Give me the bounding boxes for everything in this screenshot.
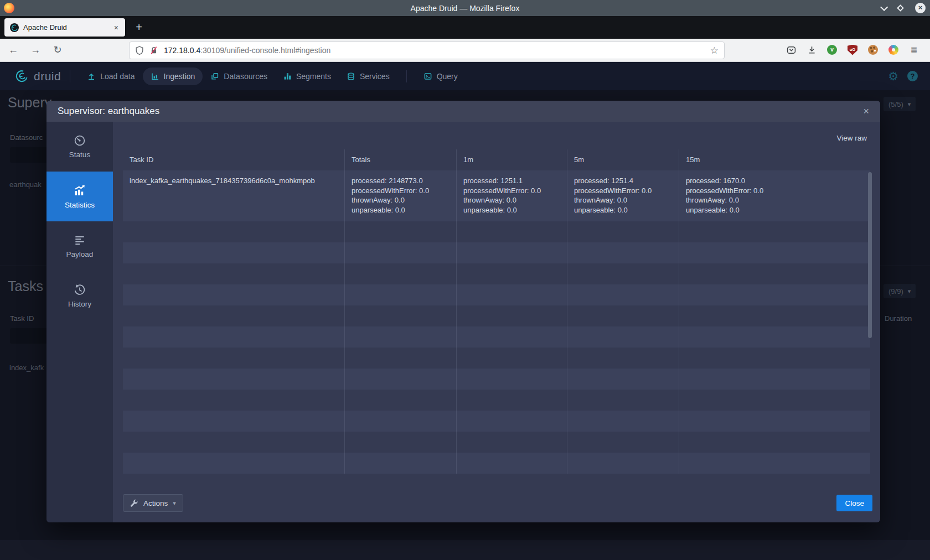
- window-close-icon[interactable]: ×: [915, 3, 926, 13]
- url-text[interactable]: 172.18.0.4:30109/unified-console.html#in…: [164, 46, 710, 55]
- druid-logo-icon: [14, 69, 30, 84]
- firefox-icon: [4, 3, 14, 13]
- services-icon: [347, 72, 355, 81]
- tab-statistics[interactable]: Statistics: [46, 172, 113, 221]
- gauge-icon: [74, 134, 86, 147]
- druid-brand-name: druid: [34, 70, 61, 83]
- browser-tab[interactable]: Apache Druid ×: [4, 18, 125, 37]
- window-titlebar: Apache Druid — Mozilla Firefox ×: [0, 0, 930, 16]
- 1m-cell: processed: 1251.1 processedWithError: 0.…: [456, 170, 567, 221]
- help-icon[interactable]: ?: [907, 71, 918, 81]
- column-header-5m[interactable]: 5m: [567, 149, 679, 171]
- new-tab-button[interactable]: +: [132, 20, 146, 34]
- privacy-badger-icon[interactable]: v: [826, 42, 838, 58]
- statistics-table: Task ID Totals 1m 5m 15m index_kafka_ear…: [123, 147, 870, 474]
- close-button[interactable]: Close: [836, 495, 872, 511]
- segments-icon: [283, 72, 292, 81]
- ublock-origin-icon[interactable]: uO: [846, 42, 859, 58]
- url-toolbar: ← → ↻ 172.18.0.4:30109/unified-console.h…: [0, 39, 930, 62]
- table-row-empty: [123, 242, 870, 263]
- url-bar[interactable]: 172.18.0.4:30109/unified-console.html#in…: [129, 42, 725, 59]
- nav-item-ingestion[interactable]: Ingestion: [143, 68, 203, 85]
- view-raw-link[interactable]: View raw: [836, 134, 867, 142]
- table-row-empty: [123, 453, 870, 474]
- pinwheel-extension-icon[interactable]: [887, 42, 900, 58]
- table-row-empty: [123, 390, 870, 411]
- wrench-icon: [130, 499, 138, 507]
- nav-item-services[interactable]: Services: [339, 68, 397, 85]
- table-row: index_kafka_earthquakes_7184357396d6c0a_…: [123, 170, 870, 221]
- datasources-icon: [210, 72, 219, 81]
- settings-gear-icon[interactable]: ⚙: [888, 70, 898, 83]
- druid-brand[interactable]: druid: [14, 69, 61, 84]
- tab-title: Apache Druid: [23, 23, 113, 32]
- dialog-side-tabs: Status Statistics: [46, 122, 113, 522]
- column-header-totals[interactable]: Totals: [344, 149, 456, 171]
- window-minimize-icon[interactable]: [880, 3, 888, 11]
- shield-icon[interactable]: [135, 46, 144, 55]
- supervisor-dialog: Supervisor: earthquakes × Status: [46, 101, 880, 522]
- back-button[interactable]: ←: [6, 42, 21, 58]
- dialog-title: Supervisor: earthquakes: [58, 106, 863, 117]
- actions-button[interactable]: Actions ▾: [123, 494, 183, 512]
- screen: Apache Druid — Mozilla Firefox × Apache …: [0, 0, 930, 560]
- nav-item-datasources[interactable]: Datasources: [203, 68, 275, 85]
- tab-bar: Apache Druid × +: [0, 16, 930, 39]
- page-content: Superv (5/5) ▾ Datasourc earthquak Tasks…: [0, 90, 930, 560]
- 5m-cell: processed: 1251.4 processedWithError: 0.…: [567, 170, 679, 221]
- url-path: :30109/unified-console.html#ingestion: [200, 46, 330, 55]
- forward-button[interactable]: →: [28, 42, 43, 58]
- empty-rows: [123, 221, 870, 474]
- 15m-cell: processed: 1670.0 processedWithError: 0.…: [679, 170, 870, 221]
- dialog-body: View raw Task ID Totals 1m 5m 15m index_…: [113, 122, 880, 522]
- query-icon: [423, 72, 432, 81]
- pocket-icon[interactable]: [785, 42, 797, 58]
- window-title: Apache Druid — Mozilla Firefox: [0, 4, 930, 13]
- column-header-15m[interactable]: 15m: [679, 149, 870, 171]
- reload-button[interactable]: ↻: [50, 42, 65, 58]
- column-header-1m[interactable]: 1m: [456, 149, 567, 171]
- dialog-header: Supervisor: earthquakes ×: [46, 101, 880, 122]
- table-scrollbar[interactable]: [868, 172, 872, 338]
- nav-divider: [406, 70, 407, 82]
- table-row-empty: [123, 326, 870, 348]
- nav-item-load-data[interactable]: Load data: [79, 68, 142, 85]
- totals-cell: processed: 2148773.0 processedWithError:…: [344, 170, 456, 221]
- table-row-empty: [123, 348, 870, 369]
- nav-item-query[interactable]: Query: [416, 68, 466, 85]
- dialog-footer: Actions ▾ Close: [123, 494, 872, 512]
- url-host: 172.18.0.4: [164, 46, 200, 55]
- table-row-empty: [123, 284, 870, 305]
- table-row-empty: [123, 411, 870, 432]
- tab-history[interactable]: History: [46, 271, 113, 321]
- align-left-icon: [74, 234, 86, 246]
- caret-down-icon: ▾: [173, 500, 176, 507]
- table-row-empty: [123, 432, 870, 453]
- table-row-empty: [123, 263, 870, 284]
- menu-icon[interactable]: ≡: [908, 42, 920, 58]
- history-clock-icon: [74, 284, 86, 296]
- bookmark-star-icon[interactable]: ☆: [710, 45, 719, 56]
- table-header-row: Task ID Totals 1m 5m 15m: [123, 147, 870, 170]
- download-icon[interactable]: [805, 42, 818, 58]
- column-header-task-id[interactable]: Task ID: [123, 149, 344, 171]
- tab-close-icon[interactable]: ×: [113, 23, 120, 32]
- nav-item-segments[interactable]: Segments: [275, 68, 339, 85]
- ingestion-icon: [151, 72, 159, 81]
- window-maximize-icon[interactable]: [897, 4, 904, 12]
- cookie-extension-icon[interactable]: [867, 42, 879, 58]
- task-id-cell: index_kafka_earthquakes_7184357396d6c0a_…: [123, 170, 344, 221]
- druid-nav-bar: druid Load data Ingestion Datasources: [0, 62, 930, 90]
- tab-payload[interactable]: Payload: [46, 221, 113, 271]
- table-row-empty: [123, 369, 870, 390]
- nav-divider: [70, 70, 70, 82]
- table-row-empty: [123, 221, 870, 242]
- tab-favicon-druid-icon: [10, 23, 19, 32]
- tab-status[interactable]: Status: [46, 122, 113, 172]
- load-data-icon: [87, 72, 96, 81]
- insecure-lock-icon[interactable]: [149, 46, 158, 55]
- table-row-empty: [123, 305, 870, 326]
- statistics-chart-icon: [73, 184, 86, 197]
- dialog-close-icon[interactable]: ×: [863, 106, 869, 117]
